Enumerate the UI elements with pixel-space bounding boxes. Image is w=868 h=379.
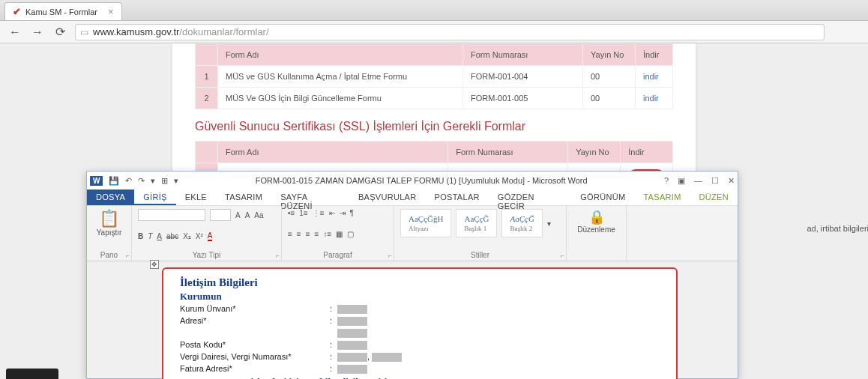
tab-table-layout[interactable]: DÜZEN [690,190,738,205]
browser-tab[interactable]: ✔ Kamu SM - Formlar × [4,2,122,20]
field-placeholder[interactable] [372,353,402,362]
table-header-row: Form Adı Form Numarası Yayın No İndir [196,44,673,66]
shrink-font-icon[interactable]: A [245,211,250,219]
touch-mode-icon[interactable]: ⊞ [161,176,168,186]
heading-contact: İletişim Bilgileri [180,276,660,289]
styles-more-icon[interactable]: ▾ [547,219,551,228]
help-icon[interactable]: ? [664,176,669,186]
redo-icon[interactable]: ↷ [138,176,145,186]
decrease-indent-icon[interactable]: ⇤ [329,209,335,217]
bottom-widget[interactable] [6,369,58,379]
field-placeholder[interactable] [337,341,367,350]
bullets-icon[interactable]: •≡ [288,209,295,217]
group-clipboard: 📋Yapıştır Pano ⌐ [87,206,132,261]
font-size-input[interactable] [210,209,231,221]
word-titlebar[interactable]: W 💾 ↶ ↷ ▾ ⊞ ▾ FORM-001-015 ZAMAN DAMGASI… [87,172,738,190]
table-row: 1 MÜS ve GÜS Kullanıma Açma / İptal Etme… [196,66,673,88]
col-form-no: Form Numarası [448,142,568,163]
field-placeholder[interactable] [337,365,367,374]
cell-form-no: FORM-001-005 [463,88,583,109]
style-item[interactable]: AaÇçĞBaşlık 1 [456,209,497,237]
save-icon[interactable]: 💾 [109,176,119,186]
tab-file[interactable]: DOSYA [87,190,134,205]
label-unvan: Kurum Ünvanı* [180,303,330,315]
dialog-launcher-icon[interactable]: ⌐ [276,252,280,259]
tab-favicon: ✔ [13,6,21,17]
align-left-icon[interactable]: ≡ [288,230,292,238]
font-family-input[interactable] [138,209,205,221]
strikethrough-button[interactable]: abc [166,232,178,240]
tab-home[interactable]: GİRİŞ [134,190,175,205]
font-color-icon[interactable]: A [208,231,213,241]
tab-layout[interactable]: SAYFA DÜZENİ [271,190,349,205]
reload-button[interactable]: ⟳ [52,25,67,40]
style-item[interactable]: AaÇçĞğHAltyazı [400,209,451,237]
tab-references[interactable]: BAŞVURULAR [349,190,426,205]
download-link[interactable]: indir [643,72,659,81]
word-document-area[interactable]: ✥ İletişim Bilgileri Kurumun Kurum Ünvan… [87,261,738,378]
page-icon: ▭ [80,27,88,37]
cell-form-adi: MÜS Ve GÜS İçin Bilgi Güncelleme Formu [218,88,463,109]
align-right-icon[interactable]: ≡ [306,230,310,238]
dialog-launcher-icon[interactable]: ⌐ [126,252,130,259]
tab-insert[interactable]: EKLE [176,190,216,205]
underline-button[interactable]: A [157,232,162,240]
subscript-button[interactable]: X₂ [183,232,191,240]
tab-table-design[interactable]: TASARIM [634,190,690,205]
minimize-icon[interactable]: — [694,176,702,186]
shading-icon[interactable]: ▦ [336,230,343,238]
address-bar[interactable]: ▭ www.kamusm.gov.tr/dokumanlar/formlar/ [75,24,825,40]
col-form-adi: Form Adı [218,142,448,163]
borders-icon[interactable]: ▢ [347,230,354,238]
bold-button[interactable]: B [138,232,143,240]
ribbon-tabs: DOSYA GİRİŞ EKLE TASARIM SAYFA DÜZENİ BA… [87,190,738,206]
page-text-snippet: ad, irtibat bilgileri [807,224,868,233]
tab-review[interactable]: GÖZDEN GEÇİR [489,190,571,205]
tab-mailings[interactable]: POSTALAR [426,190,489,205]
col-form-adi: Form Adı [218,44,463,66]
numbering-icon[interactable]: 1≡ [299,209,307,217]
field-placeholder[interactable] [337,329,367,338]
table-move-handle-icon[interactable]: ✥ [150,260,159,269]
align-center-icon[interactable]: ≡ [297,230,301,238]
justify-icon[interactable]: ≡ [315,230,319,238]
word-app-icon: W [90,176,103,186]
editing-icon[interactable]: 🔒 [588,210,605,225]
group-name-clipboard: Pano [93,251,125,259]
line-spacing-icon[interactable]: ↕≡ [323,230,331,238]
table-row: 2 MÜS Ve GÜS İçin Bilgi Güncelleme Formu… [196,88,673,109]
tab-design[interactable]: TASARIM [216,190,271,205]
maximize-icon[interactable]: ☐ [711,176,719,186]
group-paragraph: •≡ 1≡ ⋮≡ ⇤ ⇥ ¶ ≡ ≡ ≡ ≡ ↕≡ ▦ ▢ Paragraf ⌐ [282,206,394,261]
increase-indent-icon[interactable]: ⇥ [340,209,346,217]
field-placeholder[interactable] [337,305,367,314]
grow-font-icon[interactable]: A [235,211,241,219]
label-posta: Posta Kodu* [180,339,330,351]
undo-icon[interactable]: ↶ [125,176,132,186]
word-window: W 💾 ↶ ↷ ▾ ⊞ ▾ FORM-001-015 ZAMAN DAMGASI… [86,171,738,379]
dialog-launcher-icon[interactable]: ⌐ [561,252,564,259]
group-name-font: Yazı Tipi [138,251,275,259]
label-adres: Adresi* [180,315,330,327]
col-indir: İndir [621,142,673,163]
field-placeholder[interactable] [337,353,367,362]
tab-view[interactable]: GÖRÜNÜM [571,190,634,205]
back-button[interactable]: ← [7,25,22,40]
qat-more-icon[interactable]: ▾ [151,176,155,186]
field-placeholder[interactable] [337,317,367,326]
change-case-icon[interactable]: Aa [254,211,263,219]
group-name-paragraph: Paragraf [288,251,388,259]
close-icon[interactable]: ✕ [728,176,735,186]
paste-icon[interactable]: 📋 [99,209,119,228]
forward-button[interactable]: → [30,25,45,40]
show-marks-icon[interactable]: ¶ [350,209,354,217]
tab-close-icon[interactable]: × [108,6,114,17]
download-link[interactable]: indir [643,94,659,103]
multilevel-icon[interactable]: ⋮≡ [313,209,325,217]
italic-button[interactable]: T [148,232,152,240]
ribbon-options-icon[interactable]: ▣ [678,176,685,186]
col-indir: İndir [636,44,673,66]
style-item[interactable]: AaÇçĞBaşlık 2 [501,209,542,237]
dialog-launcher-icon[interactable]: ⌐ [388,252,392,259]
superscript-button[interactable]: X² [196,232,203,240]
